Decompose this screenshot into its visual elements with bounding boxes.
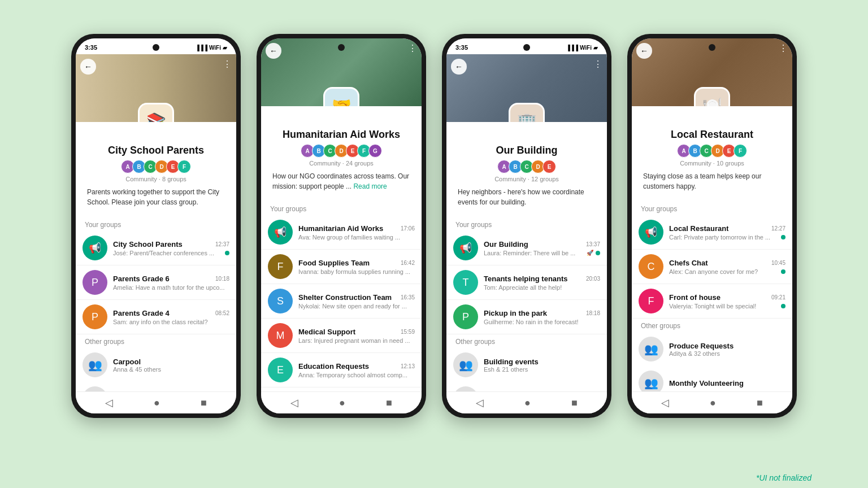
chat-item[interactable]: SShelter Construction Team16:35Nykolai: …	[261, 284, 422, 319]
online-dot	[781, 235, 785, 239]
group-avatar: 🍽️	[694, 87, 730, 106]
phone-building: 3:35 ▐▐▐ WiFi ▰ ←⋮🏢Our BuildingABCDEComm…	[442, 34, 611, 418]
chat-bottom: Carl: Private party tomorrow in the ...	[669, 234, 785, 241]
square-nav-button[interactable]: ■	[571, 397, 578, 409]
home-nav-button[interactable]: ●	[154, 397, 160, 409]
chat-item[interactable]: PParents Grade 408:52Sam: any info on th…	[76, 300, 236, 334]
square-nav-button[interactable]: ■	[201, 397, 207, 409]
read-more-link[interactable]: Read more	[353, 182, 387, 190]
phone-humanitarian: ←⋮🤝Humanitarian Aid WorksABCDEFGCommunit…	[257, 34, 426, 418]
chat-top: Medical Support15:59	[298, 328, 415, 336]
chat-item[interactable]: 📢Local Restaurant12:27Carl: Private part…	[632, 215, 792, 250]
chat-content: Pickup in the park18:18Guilherme: No rai…	[484, 309, 600, 325]
home-nav-button[interactable]: ●	[339, 397, 345, 409]
chat-preview: Sam: any info on the class recital?	[113, 319, 229, 325]
member-avatar: F	[734, 144, 747, 158]
back-nav-button[interactable]: ◁	[105, 396, 113, 409]
chat-bottom: Alex: Can anyone cover for me?	[669, 268, 785, 275]
chat-item[interactable]: 📢Humanitarian Aid Works17:06Ava: New gro…	[261, 215, 422, 250]
your-groups-label: Your groups	[76, 217, 236, 231]
header-image: ←⋮🏢	[446, 54, 607, 122]
home-nav-button[interactable]: ●	[524, 397, 531, 409]
member-avatar: F	[177, 160, 191, 173]
chat-top: Chefs Chat10:45	[669, 259, 785, 267]
back-button[interactable]: ←	[451, 59, 467, 75]
chat-item[interactable]: PPickup in the park18:18Guilherme: No ra…	[446, 300, 607, 334]
chat-top: Humanitarian Aid Works17:06	[298, 224, 415, 233]
other-group-item[interactable]: 👥Parents Grade 5	[76, 382, 236, 391]
back-nav-button[interactable]: ◁	[661, 396, 669, 409]
chat-name: Shelter Construction Team	[298, 293, 392, 302]
more-button[interactable]: ⋮	[779, 43, 788, 54]
back-button[interactable]: ←	[80, 59, 96, 75]
phone-screen: ←⋮🤝Humanitarian Aid WorksABCDEFGCommunit…	[261, 38, 422, 413]
chat-content: Medical Support15:59Lars: Injured pregna…	[298, 328, 415, 344]
more-button[interactable]: ⋮	[593, 59, 602, 69]
square-nav-button[interactable]: ■	[386, 397, 392, 409]
chat-bottom: José: Parent/Teacher conferences ...	[113, 250, 229, 256]
chat-item[interactable]: EEducation Requests12:13Anna: Temporary …	[261, 353, 422, 387]
chat-item[interactable]: MMedical Support15:59Lars: Injured pregn…	[261, 319, 422, 353]
chat-name: Food Supplies Team	[298, 259, 370, 267]
chat-bottom: Guilherme: No rain in the forecast!	[484, 319, 600, 325]
chat-time: 17:06	[401, 225, 415, 232]
chat-item[interactable]: FFood Supplies Team16:42Ivanna: baby for…	[261, 250, 422, 284]
chat-item[interactable]: 📢Our Building13:37Laura: Reminder: There…	[446, 231, 607, 265]
chat-time: 18:18	[586, 310, 600, 316]
chat-name: Our Building	[484, 240, 528, 249]
other-group-item[interactable]: 👥Dog owners	[446, 382, 607, 391]
chat-item[interactable]: 📢City School Parents12:37José: Parent/Te…	[76, 231, 236, 265]
other-group-name: Produce Requests	[669, 342, 734, 350]
status-time: 3:35	[455, 44, 468, 51]
chat-item[interactable]: TTenants helping tenants20:03Tom: Apprec…	[446, 265, 607, 300]
chat-content: Our Building13:37Laura: Reminder: There …	[484, 240, 600, 256]
chat-preview: Tom: Appreciate all the help!	[484, 284, 600, 291]
member-avatars: ABCDE	[455, 160, 598, 173]
more-button[interactable]: ⋮	[223, 59, 232, 69]
chat-top: City School Parents12:37	[113, 240, 229, 249]
phones-row: 3:35 ▐▐▐ WiFi ▰ ←⋮📚City School ParentsAB…	[71, 11, 797, 429]
community-info: City School ParentsABCDEFCommunity · 8 g…	[76, 122, 236, 217]
other-group-item[interactable]: 👥Produce RequestsAditya & 32 others	[632, 332, 792, 366]
community-desc: Hey neighbors - here's how we coordinate…	[455, 187, 598, 212]
chat-content: City School Parents12:37José: Parent/Tea…	[113, 240, 229, 256]
square-nav-button[interactable]: ■	[757, 397, 763, 409]
chat-name: Parents Grade 6	[113, 274, 170, 283]
chat-name: Chefs Chat	[669, 259, 708, 267]
online-dot	[596, 251, 600, 255]
chat-top: Local Restaurant12:27	[669, 224, 785, 233]
home-nav-button[interactable]: ●	[710, 397, 716, 409]
chat-content: Education Requests12:13Anna: Temporary s…	[298, 362, 415, 378]
other-group-item[interactable]: 👥Building eventsEsh & 21 others	[446, 348, 607, 382]
back-button[interactable]: ←	[636, 43, 652, 59]
chat-avatar: P	[453, 304, 478, 329]
other-group-avatar: 👥	[83, 352, 107, 377]
chat-name: Front of house	[669, 293, 721, 302]
group-avatar: 🤝	[323, 87, 359, 106]
chat-list: Your groups📢City School Parents12:37José…	[76, 217, 236, 391]
your-groups-label: Your groups	[632, 202, 792, 215]
chat-time: 16:42	[401, 260, 415, 266]
chat-name: Pickup in the park	[484, 309, 547, 317]
chat-avatar: 📢	[268, 220, 293, 245]
chat-item[interactable]: PParents Grade 610:18Amelia: Have a math…	[76, 265, 236, 300]
back-nav-button[interactable]: ◁	[290, 396, 298, 409]
chat-content: Food Supplies Team16:42Ivanna: baby form…	[298, 259, 415, 275]
other-group-content: Produce RequestsAditya & 32 others	[669, 342, 734, 357]
chat-item[interactable]: FFront of house09:21Valeryia: Tonight wi…	[632, 284, 792, 319]
chat-item[interactable]: CChefs Chat10:45Alex: Can anyone cover f…	[632, 250, 792, 284]
community-name: Humanitarian Aid Works	[270, 129, 413, 141]
community-name: City School Parents	[85, 145, 227, 156]
chat-avatar: 📢	[639, 220, 663, 245]
group-avatar: 📚	[138, 103, 174, 122]
nav-bar: ◁●■	[446, 391, 607, 413]
back-nav-button[interactable]: ◁	[476, 396, 484, 409]
other-group-item[interactable]: 👥CarpoolAnna & 45 others	[76, 348, 236, 382]
chat-bottom: Laura: Reminder: There will be ...🚀	[484, 250, 600, 256]
nav-bar: ◁●■	[632, 391, 792, 413]
back-button[interactable]: ←	[266, 43, 281, 59]
other-group-item[interactable]: 👥Monthly Volunteering	[632, 366, 792, 391]
chat-name: Parents Grade 4	[113, 309, 170, 317]
community-meta: Community · 12 groups	[455, 176, 598, 182]
more-button[interactable]: ⋮	[408, 43, 417, 54]
